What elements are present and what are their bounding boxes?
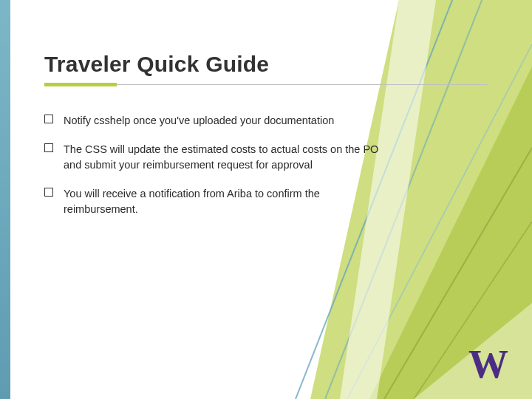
uw-logo: W: [468, 344, 505, 384]
list-item: You will receive a notification from Ari…: [44, 186, 392, 217]
list-item-text: You will receive a notification from Ari…: [64, 186, 392, 217]
slide: Traveler Quick Guide Notify csshelp once…: [0, 0, 532, 399]
list-item-text: Notify csshelp once you've uploaded your…: [64, 113, 392, 129]
checkbox-icon: [44, 188, 53, 197]
left-color-band: [0, 0, 10, 399]
checkbox-icon: [44, 143, 53, 152]
list-item: The CSS will update the estimated costs …: [44, 142, 392, 173]
checkbox-icon: [44, 115, 53, 123]
bullet-list: Notify csshelp once you've uploaded your…: [44, 113, 392, 217]
list-item: Notify csshelp once you've uploaded your…: [44, 113, 392, 129]
list-item-text: The CSS will update the estimated costs …: [64, 142, 392, 173]
title-underline: [44, 84, 488, 85]
content-area: Traveler Quick Guide Notify csshelp once…: [0, 0, 532, 217]
page-title: Traveler Quick Guide: [44, 52, 488, 77]
